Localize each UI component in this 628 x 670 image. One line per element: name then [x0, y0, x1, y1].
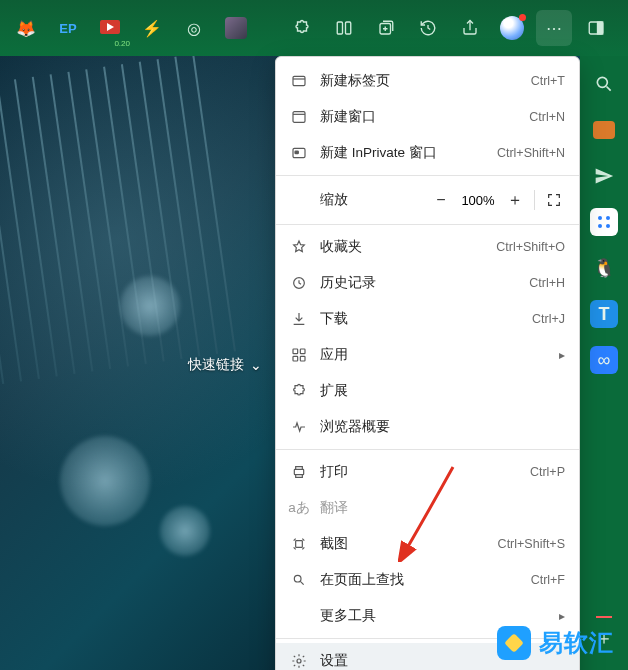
menu-label: 更多工具 — [310, 607, 559, 625]
star-icon — [288, 239, 310, 255]
quick-links-label[interactable]: 快速链接 ⌄ — [188, 356, 262, 374]
top-toolbar: 🦊 EP 0.20 ⚡ ◎ ⋯ — [0, 0, 628, 56]
watermark: 易软汇 — [497, 626, 614, 660]
menu-favorites[interactable]: 收藏夹 Ctrl+Shift+O — [276, 229, 579, 265]
menu-extensions[interactable]: 扩展 — [276, 373, 579, 409]
menu-shortcut: Ctrl+T — [531, 74, 565, 88]
menu-label: 浏览器概要 — [310, 418, 565, 436]
menu-apps[interactable]: 应用 ▸ — [276, 337, 579, 373]
svg-rect-12 — [293, 76, 305, 85]
menu-label: 截图 — [310, 535, 498, 553]
menu-label: 收藏夹 — [310, 238, 496, 256]
menu-translate[interactable]: aあ 翻译 — [276, 490, 579, 526]
svg-rect-2 — [337, 22, 342, 34]
menu-separator — [276, 175, 579, 176]
pulse-icon — [288, 419, 310, 435]
zoom-in-button[interactable]: ＋ — [500, 186, 530, 214]
menu-downloads[interactable]: 下载 Ctrl+J — [276, 301, 579, 337]
right-sidebar: 🐧 T ∞ ＋ — [580, 56, 628, 670]
menu-label: 应用 — [310, 346, 559, 364]
menu-label: 在页面上查找 — [310, 571, 531, 589]
sidebar-briefcase-icon[interactable] — [590, 116, 618, 144]
collections-icon[interactable] — [368, 10, 404, 46]
find-icon — [288, 572, 310, 588]
menu-new-tab[interactable]: 新建标签页 Ctrl+T — [276, 63, 579, 99]
translate-icon: aあ — [288, 499, 310, 517]
split-screen-icon[interactable] — [326, 10, 362, 46]
menu-new-inprivate[interactable]: 新建 InPrivate 窗口 Ctrl+Shift+N — [276, 135, 579, 171]
screenshot-icon — [288, 536, 310, 552]
browser-window: 🦊 EP 0.20 ⚡ ◎ ⋯ — [0, 0, 628, 670]
menu-label: 新建 InPrivate 窗口 — [310, 144, 497, 162]
svg-point-7 — [597, 77, 607, 87]
share-icon[interactable] — [452, 10, 488, 46]
menu-label: 新建窗口 — [310, 108, 529, 126]
chevron-down-icon: ⌄ — [250, 357, 262, 373]
harp-illustration — [0, 56, 299, 387]
more-menu-button[interactable]: ⋯ — [536, 10, 572, 46]
sidebar-search-icon[interactable] — [590, 70, 618, 98]
svg-point-11 — [606, 224, 610, 228]
play-icon[interactable]: 0.20 — [92, 10, 128, 46]
svg-point-10 — [598, 224, 602, 228]
menu-screenshot[interactable]: 截图 Ctrl+Shift+S — [276, 526, 579, 562]
svg-rect-13 — [293, 112, 305, 123]
svg-rect-21 — [294, 469, 303, 474]
svg-rect-19 — [293, 356, 298, 361]
menu-new-window[interactable]: 新建窗口 Ctrl+N — [276, 99, 579, 135]
menu-shortcut: Ctrl+Shift+O — [496, 240, 565, 254]
menu-shortcut: Ctrl+P — [530, 465, 565, 479]
watermark-logo-icon — [497, 626, 531, 660]
extensions-icon — [288, 383, 310, 399]
profile-icon[interactable] — [494, 10, 530, 46]
menu-label: 打印 — [310, 463, 530, 481]
zoom-label: 缩放 — [320, 191, 426, 209]
menu-shortcut: Ctrl+Shift+N — [497, 146, 565, 160]
menu-shortcut: Ctrl+J — [532, 312, 565, 326]
menu-separator — [276, 224, 579, 225]
menu-browser-essentials[interactable]: 浏览器概要 — [276, 409, 579, 445]
menu-label: 新建标签页 — [310, 72, 531, 90]
sidebar-t-icon[interactable]: T — [590, 300, 618, 328]
menu-label: 下载 — [310, 310, 532, 328]
puzzle-icon[interactable] — [284, 10, 320, 46]
zoom-out-button[interactable]: − — [426, 186, 456, 214]
menu-label: 扩展 — [310, 382, 565, 400]
svg-rect-18 — [300, 349, 305, 354]
avatar-icon[interactable] — [218, 10, 254, 46]
svg-rect-6 — [598, 22, 603, 34]
svg-point-23 — [294, 575, 301, 582]
menu-print[interactable]: 打印 Ctrl+P — [276, 454, 579, 490]
menu-history[interactable]: 历史记录 Ctrl+H — [276, 265, 579, 301]
bolt-icon[interactable]: ⚡ — [134, 10, 170, 46]
history-icon[interactable] — [410, 10, 446, 46]
sidebar-toggle-icon[interactable] — [578, 10, 614, 46]
svg-rect-22 — [296, 541, 303, 548]
chevron-right-icon: ▸ — [559, 609, 565, 623]
menu-find[interactable]: 在页面上查找 Ctrl+F — [276, 562, 579, 598]
svg-rect-17 — [293, 349, 298, 354]
fullscreen-button[interactable] — [539, 186, 569, 214]
menu-shortcut: Ctrl+F — [531, 573, 565, 587]
menu-shortcut: Ctrl+Shift+S — [498, 537, 565, 551]
sidebar-send-icon[interactable] — [590, 162, 618, 190]
at-icon[interactable]: ◎ — [176, 10, 212, 46]
menu-separator — [276, 449, 579, 450]
apps-icon — [288, 347, 310, 363]
watermark-text: 易软汇 — [539, 627, 614, 659]
sidebar-grid-icon[interactable] — [590, 208, 618, 236]
svg-point-8 — [598, 216, 602, 220]
zoom-value: 100% — [456, 193, 500, 208]
fox-icon[interactable]: 🦊 — [8, 10, 44, 46]
chevron-right-icon: ▸ — [559, 348, 565, 362]
svg-rect-15 — [295, 151, 298, 154]
sidebar-penguin-icon[interactable]: 🐧 — [590, 254, 618, 282]
svg-point-24 — [297, 659, 301, 663]
svg-point-9 — [606, 216, 610, 220]
menu-shortcut: Ctrl+H — [529, 276, 565, 290]
sidebar-cloud-icon[interactable]: ∞ — [590, 346, 618, 374]
main-menu: 新建标签页 Ctrl+T 新建窗口 Ctrl+N 新建 InPrivate 窗口… — [275, 56, 580, 670]
print-icon — [288, 464, 310, 480]
ep-icon[interactable]: EP — [50, 10, 86, 46]
history-icon — [288, 275, 310, 291]
